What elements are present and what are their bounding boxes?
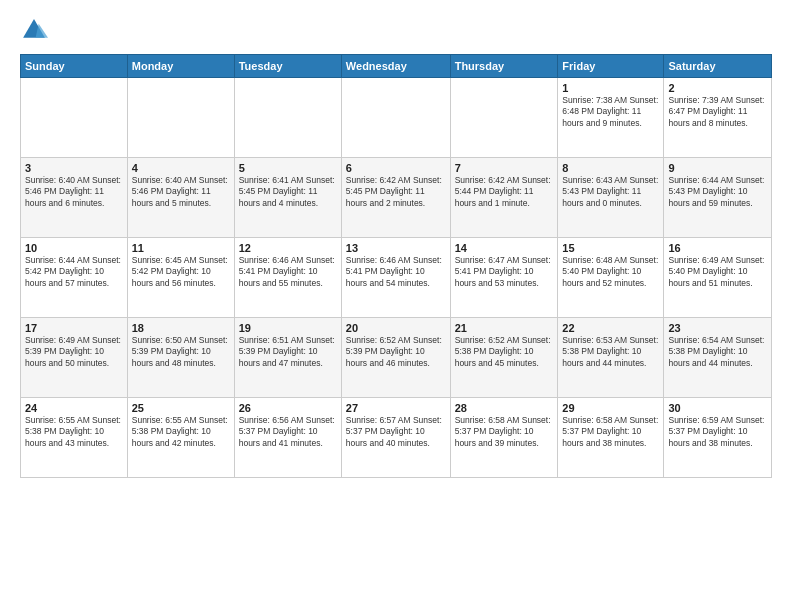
logo bbox=[20, 16, 52, 44]
day-number: 14 bbox=[455, 242, 554, 254]
day-number: 21 bbox=[455, 322, 554, 334]
day-cell bbox=[341, 78, 450, 158]
day-cell: 7Sunrise: 6:42 AM Sunset: 5:44 PM Daylig… bbox=[450, 158, 558, 238]
day-cell: 18Sunrise: 6:50 AM Sunset: 5:39 PM Dayli… bbox=[127, 318, 234, 398]
day-number: 9 bbox=[668, 162, 767, 174]
day-info: Sunrise: 6:54 AM Sunset: 5:38 PM Dayligh… bbox=[668, 335, 767, 369]
logo-icon bbox=[20, 16, 48, 44]
day-info: Sunrise: 6:46 AM Sunset: 5:41 PM Dayligh… bbox=[346, 255, 446, 289]
header-cell-tuesday: Tuesday bbox=[234, 55, 341, 78]
header-cell-monday: Monday bbox=[127, 55, 234, 78]
day-cell: 13Sunrise: 6:46 AM Sunset: 5:41 PM Dayli… bbox=[341, 238, 450, 318]
day-number: 12 bbox=[239, 242, 337, 254]
day-cell: 5Sunrise: 6:41 AM Sunset: 5:45 PM Daylig… bbox=[234, 158, 341, 238]
header-cell-thursday: Thursday bbox=[450, 55, 558, 78]
day-info: Sunrise: 6:59 AM Sunset: 5:37 PM Dayligh… bbox=[668, 415, 767, 449]
day-number: 28 bbox=[455, 402, 554, 414]
day-info: Sunrise: 6:55 AM Sunset: 5:38 PM Dayligh… bbox=[132, 415, 230, 449]
header bbox=[20, 16, 772, 44]
day-info: Sunrise: 6:55 AM Sunset: 5:38 PM Dayligh… bbox=[25, 415, 123, 449]
header-cell-friday: Friday bbox=[558, 55, 664, 78]
day-number: 13 bbox=[346, 242, 446, 254]
day-info: Sunrise: 6:51 AM Sunset: 5:39 PM Dayligh… bbox=[239, 335, 337, 369]
day-cell: 25Sunrise: 6:55 AM Sunset: 5:38 PM Dayli… bbox=[127, 398, 234, 478]
day-cell bbox=[450, 78, 558, 158]
header-cell-saturday: Saturday bbox=[664, 55, 772, 78]
day-number: 7 bbox=[455, 162, 554, 174]
day-number: 4 bbox=[132, 162, 230, 174]
day-cell: 15Sunrise: 6:48 AM Sunset: 5:40 PM Dayli… bbox=[558, 238, 664, 318]
day-cell: 6Sunrise: 6:42 AM Sunset: 5:45 PM Daylig… bbox=[341, 158, 450, 238]
day-info: Sunrise: 6:42 AM Sunset: 5:44 PM Dayligh… bbox=[455, 175, 554, 209]
day-cell bbox=[234, 78, 341, 158]
day-number: 25 bbox=[132, 402, 230, 414]
day-cell: 20Sunrise: 6:52 AM Sunset: 5:39 PM Dayli… bbox=[341, 318, 450, 398]
day-number: 29 bbox=[562, 402, 659, 414]
day-info: Sunrise: 6:46 AM Sunset: 5:41 PM Dayligh… bbox=[239, 255, 337, 289]
day-number: 26 bbox=[239, 402, 337, 414]
day-info: Sunrise: 6:47 AM Sunset: 5:41 PM Dayligh… bbox=[455, 255, 554, 289]
day-number: 15 bbox=[562, 242, 659, 254]
week-row-1: 1Sunrise: 7:38 AM Sunset: 6:48 PM Daylig… bbox=[21, 78, 772, 158]
day-cell: 24Sunrise: 6:55 AM Sunset: 5:38 PM Dayli… bbox=[21, 398, 128, 478]
day-number: 2 bbox=[668, 82, 767, 94]
day-info: Sunrise: 6:52 AM Sunset: 5:39 PM Dayligh… bbox=[346, 335, 446, 369]
day-number: 11 bbox=[132, 242, 230, 254]
day-cell: 22Sunrise: 6:53 AM Sunset: 5:38 PM Dayli… bbox=[558, 318, 664, 398]
day-cell: 17Sunrise: 6:49 AM Sunset: 5:39 PM Dayli… bbox=[21, 318, 128, 398]
day-cell: 9Sunrise: 6:44 AM Sunset: 5:43 PM Daylig… bbox=[664, 158, 772, 238]
day-cell: 29Sunrise: 6:58 AM Sunset: 5:37 PM Dayli… bbox=[558, 398, 664, 478]
day-number: 17 bbox=[25, 322, 123, 334]
day-info: Sunrise: 6:53 AM Sunset: 5:38 PM Dayligh… bbox=[562, 335, 659, 369]
day-number: 8 bbox=[562, 162, 659, 174]
day-info: Sunrise: 7:38 AM Sunset: 6:48 PM Dayligh… bbox=[562, 95, 659, 129]
day-cell bbox=[21, 78, 128, 158]
day-info: Sunrise: 6:44 AM Sunset: 5:43 PM Dayligh… bbox=[668, 175, 767, 209]
header-cell-sunday: Sunday bbox=[21, 55, 128, 78]
header-cell-wednesday: Wednesday bbox=[341, 55, 450, 78]
day-cell: 28Sunrise: 6:58 AM Sunset: 5:37 PM Dayli… bbox=[450, 398, 558, 478]
day-cell: 30Sunrise: 6:59 AM Sunset: 5:37 PM Dayli… bbox=[664, 398, 772, 478]
day-number: 20 bbox=[346, 322, 446, 334]
day-cell: 16Sunrise: 6:49 AM Sunset: 5:40 PM Dayli… bbox=[664, 238, 772, 318]
day-info: Sunrise: 6:58 AM Sunset: 5:37 PM Dayligh… bbox=[455, 415, 554, 449]
day-cell: 23Sunrise: 6:54 AM Sunset: 5:38 PM Dayli… bbox=[664, 318, 772, 398]
day-info: Sunrise: 6:40 AM Sunset: 5:46 PM Dayligh… bbox=[25, 175, 123, 209]
day-number: 6 bbox=[346, 162, 446, 174]
day-number: 3 bbox=[25, 162, 123, 174]
day-number: 16 bbox=[668, 242, 767, 254]
day-info: Sunrise: 6:42 AM Sunset: 5:45 PM Dayligh… bbox=[346, 175, 446, 209]
day-info: Sunrise: 6:57 AM Sunset: 5:37 PM Dayligh… bbox=[346, 415, 446, 449]
day-cell: 8Sunrise: 6:43 AM Sunset: 5:43 PM Daylig… bbox=[558, 158, 664, 238]
day-cell: 4Sunrise: 6:40 AM Sunset: 5:46 PM Daylig… bbox=[127, 158, 234, 238]
day-number: 10 bbox=[25, 242, 123, 254]
day-number: 23 bbox=[668, 322, 767, 334]
day-info: Sunrise: 6:44 AM Sunset: 5:42 PM Dayligh… bbox=[25, 255, 123, 289]
day-info: Sunrise: 7:39 AM Sunset: 6:47 PM Dayligh… bbox=[668, 95, 767, 129]
day-info: Sunrise: 6:58 AM Sunset: 5:37 PM Dayligh… bbox=[562, 415, 659, 449]
calendar-header: SundayMondayTuesdayWednesdayThursdayFrid… bbox=[21, 55, 772, 78]
day-info: Sunrise: 6:41 AM Sunset: 5:45 PM Dayligh… bbox=[239, 175, 337, 209]
day-cell: 14Sunrise: 6:47 AM Sunset: 5:41 PM Dayli… bbox=[450, 238, 558, 318]
day-info: Sunrise: 6:52 AM Sunset: 5:38 PM Dayligh… bbox=[455, 335, 554, 369]
day-number: 5 bbox=[239, 162, 337, 174]
day-info: Sunrise: 6:56 AM Sunset: 5:37 PM Dayligh… bbox=[239, 415, 337, 449]
day-number: 22 bbox=[562, 322, 659, 334]
calendar: SundayMondayTuesdayWednesdayThursdayFrid… bbox=[20, 54, 772, 478]
day-info: Sunrise: 6:49 AM Sunset: 5:40 PM Dayligh… bbox=[668, 255, 767, 289]
day-cell: 27Sunrise: 6:57 AM Sunset: 5:37 PM Dayli… bbox=[341, 398, 450, 478]
day-cell: 12Sunrise: 6:46 AM Sunset: 5:41 PM Dayli… bbox=[234, 238, 341, 318]
calendar-body: 1Sunrise: 7:38 AM Sunset: 6:48 PM Daylig… bbox=[21, 78, 772, 478]
day-number: 18 bbox=[132, 322, 230, 334]
day-info: Sunrise: 6:43 AM Sunset: 5:43 PM Dayligh… bbox=[562, 175, 659, 209]
day-cell: 10Sunrise: 6:44 AM Sunset: 5:42 PM Dayli… bbox=[21, 238, 128, 318]
day-cell: 21Sunrise: 6:52 AM Sunset: 5:38 PM Dayli… bbox=[450, 318, 558, 398]
day-cell: 3Sunrise: 6:40 AM Sunset: 5:46 PM Daylig… bbox=[21, 158, 128, 238]
week-row-3: 10Sunrise: 6:44 AM Sunset: 5:42 PM Dayli… bbox=[21, 238, 772, 318]
day-number: 1 bbox=[562, 82, 659, 94]
week-row-2: 3Sunrise: 6:40 AM Sunset: 5:46 PM Daylig… bbox=[21, 158, 772, 238]
day-cell bbox=[127, 78, 234, 158]
page: SundayMondayTuesdayWednesdayThursdayFrid… bbox=[0, 0, 792, 612]
day-number: 24 bbox=[25, 402, 123, 414]
day-info: Sunrise: 6:50 AM Sunset: 5:39 PM Dayligh… bbox=[132, 335, 230, 369]
